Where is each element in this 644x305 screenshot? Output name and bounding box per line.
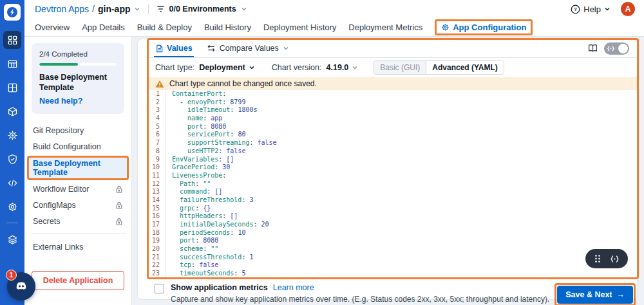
code-line: 21 successThreshold: 1 <box>148 254 637 262</box>
sidebar-item-stack-manager[interactable] <box>3 230 21 248</box>
breadcrumb-devtron-apps[interactable]: Devtron Apps <box>35 4 89 14</box>
tab-overview[interactable]: Overview <box>35 23 70 32</box>
lock-icon <box>115 185 123 194</box>
help-menu[interactable]: ? Help <box>571 5 611 14</box>
chart-version-select[interactable]: 4.19.0 <box>327 63 359 72</box>
code-line: 19 port: 8080 <box>148 237 637 245</box>
readme-button[interactable] <box>588 44 598 53</box>
chart-store-cube-icon <box>7 106 18 117</box>
sidebar-item-security[interactable] <box>3 150 21 168</box>
sidebar-item-chart-store[interactable] <box>3 102 21 120</box>
gear-icon <box>441 23 450 32</box>
progress-fill <box>39 63 78 66</box>
nav-item-external-links[interactable]: External Links <box>32 240 124 254</box>
mode-advanced-yaml[interactable]: Advanced (YAML) <box>426 61 504 74</box>
nav-item-build-configuration[interactable]: Build Configuration <box>32 140 124 154</box>
need-help-link[interactable]: Need help? <box>39 97 117 106</box>
top-header: Devtron Apps / gin-app 0/0 Environments … <box>24 0 644 37</box>
editor-mode-switch: Basic (GUI) Advanced (YAML) <box>374 60 504 75</box>
sidebar-item-api[interactable] <box>3 174 21 192</box>
compare-arrows-icon <box>207 44 216 52</box>
scoped-variables-toggle[interactable] <box>604 42 629 55</box>
sidebar-item-jobs[interactable] <box>3 55 21 73</box>
save-next-button[interactable]: Save & Next → <box>557 286 633 304</box>
yaml-editor-lines: 1ContainerPort:2 - envoyPort: 87993 idle… <box>148 90 637 278</box>
drag-handle-icon <box>594 254 601 263</box>
chevron-down-icon <box>352 64 358 71</box>
nav-divider <box>30 233 126 234</box>
tab-deployment-metrics[interactable]: Deployment Metrics <box>348 23 422 32</box>
nav-item-secrets[interactable]: Secrets <box>32 214 124 228</box>
jobs-table-icon <box>7 59 18 69</box>
tab-build-deploy[interactable]: Build & Deploy <box>137 23 192 32</box>
discord-icon <box>13 278 30 295</box>
nav-item-git-repository[interactable]: Git Repository <box>32 124 124 138</box>
show-application-metrics-checkbox[interactable] <box>155 284 164 293</box>
question-circle-icon: ? <box>571 5 580 14</box>
chart-type-select[interactable]: Deployment <box>199 63 255 72</box>
warning-text: Chart type cannot be changed once saved. <box>169 79 317 88</box>
clusters-helm-icon <box>7 130 18 141</box>
chevron-down-icon <box>241 6 247 12</box>
breadcrumb-separator: / <box>92 4 95 14</box>
mode-basic-gui[interactable]: Basic (GUI) <box>374 61 426 74</box>
code-line: 18 periodSeconds: 10 <box>148 229 637 237</box>
arrow-right-icon: → <box>617 290 625 299</box>
nav-item-label: Base Deployment Template <box>33 159 123 177</box>
compare-values-dropdown[interactable]: Compare Values <box>207 44 289 53</box>
code-line: 8 useHTTP2: false <box>148 147 637 156</box>
tab-app-configuration-label: App Configuration <box>453 23 526 32</box>
tab-app-details[interactable]: App Details <box>82 23 124 32</box>
environments-count: 0/0 Environments <box>169 5 236 14</box>
apps-grid-icon <box>7 35 18 46</box>
compare-values-label: Compare Values <box>220 44 279 53</box>
code-line: 16 httpHeaders: [] <box>148 212 637 221</box>
metrics-title: Show application metrics <box>171 283 268 292</box>
warning-bar: Chart type cannot be changed once saved. <box>148 77 637 90</box>
environments-filter[interactable]: 0/0 Environments <box>156 5 247 14</box>
tab-values[interactable]: Values <box>155 39 193 57</box>
delete-application-button[interactable]: Delete Application <box>32 271 124 290</box>
learn-more-link[interactable]: Learn more <box>273 283 314 292</box>
code-line: 10GracePeriod: 30 <box>148 163 637 172</box>
nav-item-label: External Links <box>33 243 84 252</box>
chart-type-value: Deployment <box>199 63 245 72</box>
devtron-logo[interactable] <box>4 4 21 21</box>
sidebar-item-application-groups[interactable] <box>3 79 21 97</box>
code-line: 20 scheme: "" <box>148 245 637 254</box>
gear-icon <box>7 201 18 212</box>
code-line: 17 initialDelaySeconds: 20 <box>148 221 637 229</box>
nav-item-configmaps[interactable]: ConfigMaps <box>32 198 124 212</box>
code-brackets-icon <box>607 44 615 53</box>
stack-layers-icon <box>7 234 18 245</box>
nav-item-workflow-editor[interactable]: Workflow Editor <box>32 182 124 196</box>
annotation-box-save: Save & Next → <box>554 283 636 305</box>
breadcrumb-app-name[interactable]: gin-app <box>98 4 131 14</box>
chevron-down-icon[interactable] <box>134 6 140 12</box>
app-tabs: Overview App Details Build & Deploy Buil… <box>24 18 644 36</box>
code-line: 22 tcp: false <box>148 261 637 270</box>
tab-build-history[interactable]: Build History <box>204 23 251 32</box>
sidebar-item-global-config[interactable] <box>3 198 21 216</box>
code-line: 7 supportStreaming: false <box>148 139 637 147</box>
tab-app-configuration[interactable]: App Configuration <box>435 19 533 35</box>
discord-chat-widget[interactable]: 1 <box>7 272 35 300</box>
sidebar-item-applications[interactable] <box>3 31 21 49</box>
application-groups-icon <box>7 82 18 93</box>
yaml-editor[interactable]: 1ContainerPort:2 - envoyPort: 87993 idle… <box>148 90 637 278</box>
nav-item-label: Git Repository <box>33 126 84 135</box>
editor-floating-toolbar[interactable] <box>585 249 628 268</box>
sidebar-item-clusters[interactable] <box>3 126 21 144</box>
code-line: 4 name: app <box>148 115 637 123</box>
chevron-down-icon <box>604 6 611 12</box>
progress-count: 2/4 Completed <box>39 50 117 58</box>
code-line: 14 failureThreshold: 3 <box>148 196 637 205</box>
tab-deployment-history[interactable]: Deployment History <box>263 23 336 32</box>
code-line: 23 timeoutSeconds: 5 <box>148 270 637 278</box>
user-avatar[interactable]: A <box>621 2 635 16</box>
deployment-template-card: Values Compare Values <box>137 39 638 300</box>
security-shield-icon <box>7 154 18 165</box>
sidebar-divider <box>6 223 18 223</box>
nav-item-base-deployment-template[interactable]: Base Deployment Template <box>27 156 129 180</box>
nav-item-label: Workflow Editor <box>33 185 89 194</box>
